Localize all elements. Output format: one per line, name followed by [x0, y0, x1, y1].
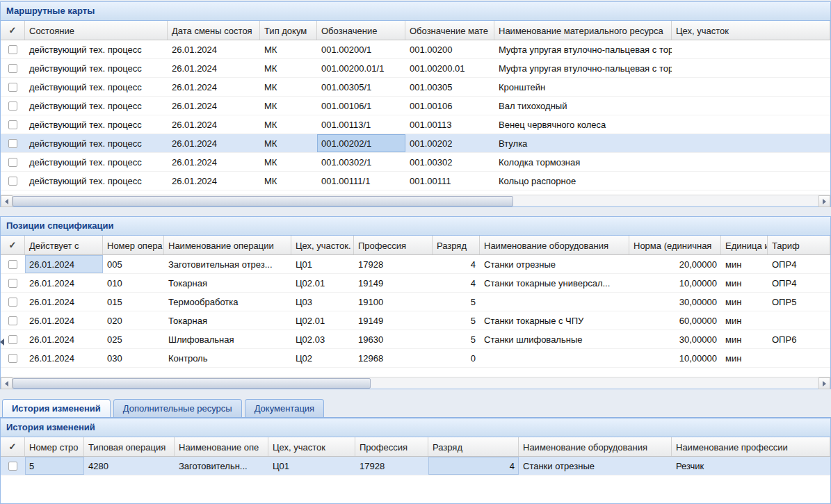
horizontal-scrollbar[interactable]	[1, 377, 830, 389]
select-all-header[interactable]: ✓	[1, 21, 25, 40]
cell-op-number[interactable]: 020	[103, 311, 164, 330]
cell-op-number[interactable]: 010	[103, 274, 164, 292]
cell-unit[interactable]: мин	[721, 255, 768, 273]
cell-shop[interactable]: Ц02.01	[291, 274, 354, 292]
col-header-equipment[interactable]: Наименование оборудования	[480, 236, 629, 254]
cell-unit[interactable]: мин	[721, 293, 768, 311]
cell-equipment[interactable]: Станки токарные универсал...	[480, 274, 629, 292]
cell-valid-from-focused[interactable]: 26.01.2024	[25, 255, 103, 273]
table-row[interactable]: действующий тех. процесс 26.01.2024 МК 0…	[1, 153, 830, 172]
scroll-left-arrow-icon[interactable]	[1, 195, 13, 207]
cell-op-number[interactable]: 005	[103, 255, 164, 273]
col-header-profession[interactable]: Профессия	[354, 236, 433, 254]
cell-grade-focused[interactable]: 4	[428, 457, 519, 475]
cell-equipment[interactable]	[480, 293, 629, 311]
col-header-state-date[interactable]: Дата смены состоя	[168, 21, 260, 40]
cell-grade[interactable]: 5	[433, 311, 480, 330]
tab-additional-resources[interactable]: Дополнительные ресурсы	[113, 399, 242, 417]
cell-valid-from[interactable]: 26.01.2024	[25, 330, 103, 348]
col-header-equipment[interactable]: Наименование оборудования	[519, 437, 672, 456]
cell-op-number[interactable]: 015	[103, 293, 164, 311]
table-row[interactable]: действующий тех. процесс 26.01.2024 МК 0…	[1, 59, 830, 78]
cell-material-designation[interactable]: 001.00202	[405, 134, 494, 152]
cell-op-name[interactable]: Токарная	[164, 311, 291, 330]
cell-material-name[interactable]: Муфта упругая втулочно-пальцевая с тормо…	[494, 59, 672, 77]
cell-op-name[interactable]: Заготовительн...	[175, 457, 268, 475]
cell-shop[interactable]	[672, 153, 830, 171]
cell-op-name[interactable]: Контроль	[164, 349, 291, 367]
cell-tariff[interactable]: ОПР5	[768, 293, 830, 311]
row-checkbox[interactable]	[8, 158, 17, 167]
col-header-profession[interactable]: Профессия	[355, 437, 428, 456]
cell-profession[interactable]: 17928	[354, 255, 433, 273]
col-header-state[interactable]: Состояние	[25, 21, 168, 40]
cell-profession[interactable]: 19149	[354, 274, 433, 292]
cell-material-name[interactable]: Кольцо распорное	[494, 172, 672, 190]
table-row[interactable]: 26.01.2024 020 Токарная Ц02.01 19149 5 С…	[1, 311, 830, 330]
cell-profession[interactable]: 19630	[354, 330, 433, 348]
cell-tariff[interactable]: ОПР4	[768, 255, 830, 273]
col-header-unit[interactable]: Единица и	[721, 236, 768, 254]
table-row[interactable]: действующий тех. процесс 26.01.2024 МК 0…	[1, 40, 830, 59]
cell-grade[interactable]: 4	[433, 274, 480, 292]
cell-date[interactable]: 26.01.2024	[168, 115, 260, 133]
cell-line-number[interactable]: 5	[25, 457, 84, 475]
cell-grade[interactable]: 4	[433, 255, 480, 273]
cell-valid-from[interactable]: 26.01.2024	[25, 293, 103, 311]
col-header-designation[interactable]: Обозначение	[317, 21, 405, 40]
cell-material-designation[interactable]: 001.00113	[405, 115, 494, 133]
cell-doctype[interactable]: МК	[260, 97, 317, 115]
cell-material-name[interactable]: Венец червячного колеса	[494, 115, 672, 133]
cell-designation[interactable]: 001.00106/1	[317, 97, 405, 115]
cell-op-name[interactable]: Шлифовальная	[164, 330, 291, 348]
cell-shop[interactable]: Ц01	[268, 457, 355, 475]
table-row[interactable]: действующий тех. процесс 26.01.2024 МК 0…	[1, 172, 830, 190]
col-header-line-number[interactable]: Номер стро	[25, 437, 84, 456]
table-row-selected[interactable]: 5 4280 Заготовительн... Ц01 17928 4 Стан…	[1, 457, 830, 475]
cell-material-name[interactable]: Муфта упругая втулочно-пальцевая с тормо…	[494, 40, 672, 58]
cell-tariff[interactable]: ОПР6	[768, 330, 830, 348]
cell-shop[interactable]	[672, 115, 830, 133]
cell-typical-op[interactable]: 4280	[84, 457, 175, 475]
cell-valid-from[interactable]: 26.01.2024	[25, 274, 103, 292]
scrollbar-thumb[interactable]	[13, 378, 371, 389]
cell-designation[interactable]: 001.00302/1	[317, 153, 405, 171]
cell-designation[interactable]: 001.00113/1	[317, 115, 405, 133]
cell-shop[interactable]: Ц02	[291, 349, 354, 367]
cell-shop[interactable]	[672, 78, 830, 96]
cell-op-name[interactable]: Заготовительная отрез...	[164, 255, 291, 273]
col-header-op-name[interactable]: Наименование операции	[164, 236, 291, 254]
col-header-shop[interactable]: Цех, участок	[672, 21, 830, 40]
cell-date[interactable]: 26.01.2024	[168, 134, 260, 152]
cell-profession[interactable]: 19149	[354, 311, 433, 330]
cell-shop[interactable]	[672, 97, 830, 115]
horizontal-scrollbar[interactable]	[1, 195, 830, 206]
cell-doctype[interactable]: МК	[260, 115, 317, 133]
row-checkbox[interactable]	[8, 462, 17, 471]
cell-designation-focused[interactable]: 001.00202/1	[317, 134, 405, 152]
cell-norm[interactable]: 10,00000	[629, 274, 721, 292]
collapse-panel-arrow-icon[interactable]	[0, 334, 6, 350]
cell-tariff[interactable]	[768, 349, 830, 367]
cell-equipment[interactable]: Станки отрезные	[519, 457, 672, 475]
row-checkbox[interactable]	[8, 316, 17, 325]
cell-profession[interactable]: 12968	[354, 349, 433, 367]
cell-unit[interactable]: мин	[721, 311, 768, 330]
cell-doctype[interactable]: МК	[260, 59, 317, 77]
cell-profession[interactable]: 19100	[354, 293, 433, 311]
col-header-material-designation[interactable]: Обозначение мате	[405, 21, 494, 40]
cell-equipment[interactable]: Станки токарные с ЧПУ	[480, 311, 629, 330]
cell-shop[interactable]	[672, 59, 830, 77]
cell-state[interactable]: действующий тех. процесс	[25, 97, 168, 115]
row-checkbox[interactable]	[8, 64, 17, 73]
cell-state[interactable]: действующий тех. процесс	[25, 153, 168, 171]
cell-norm[interactable]: 30,00000	[629, 330, 721, 348]
cell-state[interactable]: действующий тех. процесс	[25, 78, 168, 96]
cell-valid-from[interactable]: 26.01.2024	[25, 349, 103, 367]
cell-grade[interactable]: 5	[433, 330, 480, 348]
cell-doctype[interactable]: МК	[260, 153, 317, 171]
cell-material-designation[interactable]: 001.00200	[405, 40, 494, 58]
row-checkbox[interactable]	[8, 260, 17, 269]
cell-material-designation[interactable]: 001.00200.01	[405, 59, 494, 77]
table-row[interactable]: действующий тех. процесс 26.01.2024 МК 0…	[1, 97, 830, 115]
